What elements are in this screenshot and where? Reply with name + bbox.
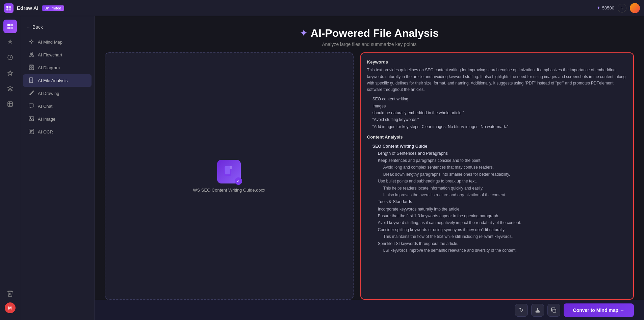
analysis-kw-1: SEO content writing [367,96,627,102]
file-icon-wrap: ✓ WS SEO Content Writing Guide.docx [193,160,265,193]
nav-item-image[interactable]: AI Image [23,113,92,125]
analysis-kw-5: "Add images for key steps; Clear images.… [367,123,627,130]
back-button[interactable]: ← Back [20,22,94,32]
analysis-s6: It also improves the overall structure a… [367,192,627,198]
sidebar-icon-star[interactable] [3,66,17,80]
file-check-icon: ✓ [235,177,242,185]
analysis-s2: Avoid long and complex sentences that ma… [367,164,627,171]
add-points-button[interactable]: + [618,4,626,13]
nav-item-ocr[interactable]: AI OCR [23,126,92,138]
ocr-icon [28,129,34,135]
nav-item-mind-map[interactable]: AI Mind Map [23,36,92,48]
svg-rect-3 [9,8,11,10]
sidebar-icon-history[interactable] [3,51,17,64]
analysis-length-title: Length of Sentences and Paragraphs [367,150,627,157]
icon-sidebar-bottom: M [3,287,17,317]
analysis-keywords-para: This text provides guidelines on SEO con… [367,67,627,93]
svg-rect-22 [32,55,34,56]
nav-label-drawing: AI Drawing [38,91,59,96]
bottom-bar: ↻ Conver to Mind map → [95,300,644,320]
sidebar-icon-layers[interactable] [3,82,17,95]
nav-item-drawing[interactable]: AI Drawing [23,87,92,100]
nav-item-diagram[interactable]: AI Diagram [23,61,92,74]
analysis-kw-3: should be naturally embedded in the whol… [367,109,627,116]
image-icon [28,116,34,122]
analysis-guide-title: SEO Content Writing Guide [367,143,627,150]
app-title: Edraw AI [17,5,38,11]
svg-rect-31 [32,68,33,69]
nav-label-flowchart: AI Flowchart [38,52,62,57]
file-name: WS SEO Content Writing Guide.docx [193,188,265,193]
analysis-keywords-title: Keywords [367,58,627,66]
sidebar-icon-menu[interactable] [3,97,17,111]
nav-label-image: AI Image [38,117,55,122]
svg-rect-1 [9,6,11,8]
svg-rect-29 [32,66,33,67]
file-upload-panel[interactable]: ✓ WS SEO Content Writing Guide.docx [105,52,354,300]
diagram-icon [28,65,34,71]
nav-label-diagram: AI Diagram [38,65,60,70]
content-area: ✦ AI-Powered File Analysis Analyze large… [95,16,644,320]
analysis-t1: Incorporate keywords naturally into the … [367,206,627,213]
analysis-s5: This helps readers locate information qu… [367,185,627,192]
svg-rect-6 [7,27,10,29]
sidebar-icon-grid[interactable] [3,20,17,33]
analysis-t3: Avoid keyword stuffing, as it can negati… [367,219,627,226]
analysis-kw-2: Images [367,103,627,109]
svg-rect-48 [553,309,556,312]
content-header: ✦ AI-Powered File Analysis Analyze large… [95,16,644,52]
mind-map-icon [28,39,34,45]
svg-rect-37 [29,104,34,107]
svg-rect-2 [6,8,8,10]
refresh-icon: ↻ [519,307,523,313]
panels-container: ✓ WS SEO Content Writing Guide.docx Keyw… [95,52,644,300]
svg-rect-21 [29,55,31,56]
sidebar-icon-ai[interactable] [3,35,17,49]
convert-button[interactable]: Conver to Mind map → [564,303,634,317]
svg-rect-7 [10,27,13,29]
analysis-kw-4: "Avoid stuffing keywords." [367,116,627,123]
back-label: Back [32,24,43,30]
download-icon [535,307,540,313]
topbar: Edraw AI Unlimited ✦ 50500 + [0,0,644,16]
svg-rect-28 [30,66,31,67]
analysis-s1: Keep sentences and paragraphs concise an… [367,157,627,164]
analysis-t7: LSI keywords improve the semantic releva… [367,247,627,254]
svg-rect-0 [6,6,8,8]
points-value: 50500 [602,5,614,10]
flowchart-icon [28,52,34,58]
file-analysis-icon [28,77,34,84]
user-initial-avatar[interactable]: M [5,302,16,313]
svg-rect-38 [29,117,34,121]
nav-label-file-analysis: AI File Analysis [38,78,68,83]
points-icon: ✦ [597,5,600,10]
page-subtitle: Analyze large files and summarize key po… [101,42,637,47]
nav-item-flowchart[interactable]: AI Flowchart [23,49,92,61]
user-avatar[interactable] [630,3,640,13]
svg-rect-47 [536,312,540,312]
drawing-icon [28,90,34,97]
points-display: ✦ 50500 [597,5,614,10]
main-layout: M ← Back AI Mind Map AI Flowchart AI Dia… [0,16,644,320]
analysis-t5: This maintains the flow of the text whil… [367,233,627,240]
nav-item-file-analysis[interactable]: AI File Analysis [23,74,92,87]
svg-rect-9 [8,102,12,106]
download-button[interactable] [531,304,544,317]
refresh-button[interactable]: ↻ [515,304,528,317]
app-logo [4,3,14,13]
icon-sidebar: M [0,16,20,320]
copy-icon [551,307,557,313]
svg-rect-45 [225,166,230,174]
analysis-s4: Use bullet points and subheadings to bre… [367,178,627,184]
analysis-t2: Ensure that the first 1-3 keywords appea… [367,213,627,219]
nav-sidebar: ← Back AI Mind Map AI Flowchart AI Diagr… [20,16,95,320]
sidebar-icon-trash[interactable] [3,287,17,300]
nav-item-chat[interactable]: AI Chat [23,100,92,113]
analysis-content[interactable]: Keywords This text provides guidelines o… [361,53,633,299]
nav-label-mind-map: AI Mind Map [38,40,62,45]
analysis-results-panel: Keywords This text provides guidelines o… [360,52,634,300]
svg-rect-4 [7,24,10,26]
file-icon: ✓ [217,160,241,183]
back-arrow-icon: ← [26,24,30,30]
copy-button[interactable] [547,304,560,317]
